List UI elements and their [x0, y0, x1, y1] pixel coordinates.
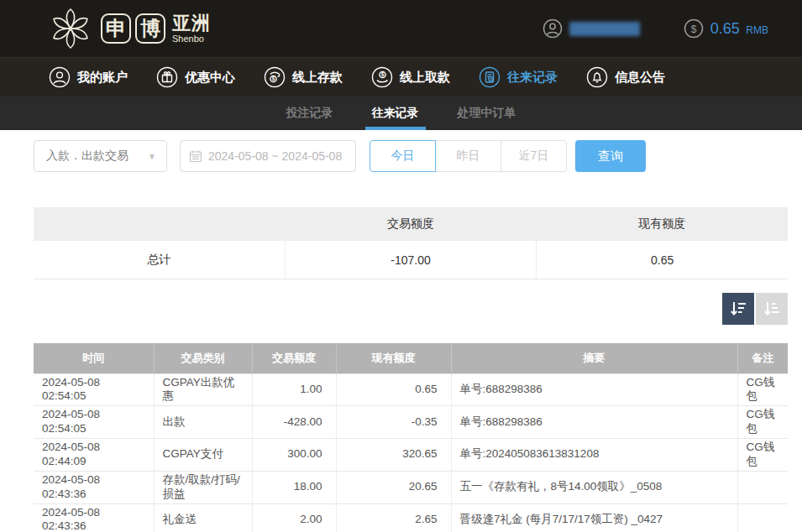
nav-label: 我的账户 — [77, 70, 128, 86]
cell-time: 2024-05-08 02:54:05 — [34, 373, 154, 406]
username-group[interactable] — [543, 18, 640, 39]
svg-text:$: $ — [690, 23, 696, 35]
table-header-row: 时间 交易类别 交易额度 现有额度 摘要 备注 — [34, 343, 788, 373]
cell-summary: 晋级逢7礼金 (每月7/17/17领工资) _0427 — [451, 503, 737, 532]
cell-balance: 0.65 — [336, 373, 451, 406]
search-button[interactable]: 查询 — [575, 140, 646, 172]
nav-item-promotions[interactable]: 优惠中心 — [156, 66, 235, 88]
summary-total-label: 总计 — [34, 241, 286, 279]
filter-bar: 入款．出款交易 ▼ 2024-05-08 ~ 2024-05-08 今日 昨日 … — [34, 140, 802, 172]
table-row: 2024-05-08 02:44:09 CGPAY支付 300.00 320.6… — [34, 439, 788, 472]
header-time: 时间 — [34, 343, 154, 373]
balance-amount: 0.65 — [710, 20, 740, 37]
cell-category: 存款/取款/打码/损益 — [154, 471, 252, 503]
today-button[interactable]: 今日 — [370, 140, 436, 172]
logo-char-2: 博 — [135, 13, 165, 44]
cell-amount: -428.00 — [252, 406, 336, 439]
sort-descending-button[interactable] — [722, 293, 754, 325]
date-range-input[interactable]: 2024-05-08 ~ 2024-05-08 — [180, 140, 356, 172]
nav-label: 优惠中心 — [185, 70, 235, 86]
deposit-icon: $ — [264, 66, 286, 88]
dollar-coin-icon: $ — [684, 18, 704, 39]
table-row: 2024-05-08 02:54:05 CGPAY出款优惠 1.00 0.65 … — [34, 373, 788, 406]
top-bar: 申 博 亚洲 Shenbo $ 0.65 RMB — [0, 0, 802, 57]
cell-balance: 2.65 — [336, 503, 451, 532]
table-row: 2024-05-08 02:54:05 出款 -428.00 -0.35 单号:… — [34, 406, 788, 439]
table-row: 2024-05-08 02:43:36 礼金送 2.00 2.65 晋级逢7礼金… — [34, 503, 788, 532]
quick-date-group: 今日 昨日 近7日 — [370, 140, 567, 172]
cell-note — [737, 503, 788, 532]
cell-note — [737, 471, 788, 503]
cell-time: 2024-05-08 02:43:36 — [34, 471, 154, 503]
summary-table: 交易额度 现有额度 总计 -107.00 0.65 — [34, 207, 788, 279]
date-range-value: 2024-05-08 ~ 2024-05-08 — [208, 149, 342, 163]
header-note: 备注 — [737, 343, 788, 373]
cell-time: 2024-05-08 02:54:05 — [34, 406, 154, 439]
cell-category: 礼金送 — [154, 503, 252, 532]
avatar-icon — [543, 18, 563, 39]
selected-type: 入款．出款交易 — [46, 149, 128, 164]
summary-header-amount: 交易额度 — [285, 207, 536, 241]
account-area: $ 0.65 RMB — [543, 18, 768, 39]
cell-amount: 1.00 — [252, 373, 336, 406]
cell-summary: 五一《存款有礼，8号14.00领取》_0508 — [451, 471, 737, 503]
header-balance: 现有额度 — [336, 343, 451, 373]
summary-total-balance: 0.65 — [537, 241, 788, 279]
calendar-icon — [189, 149, 202, 163]
summary-header-blank — [34, 207, 285, 241]
svg-text:$: $ — [381, 71, 385, 78]
withdraw-icon: $ — [371, 66, 393, 88]
cell-note: CG钱包 — [737, 439, 788, 472]
nav-item-my-account[interactable]: 我的账户 — [49, 66, 128, 88]
cell-note: CG钱包 — [737, 373, 788, 406]
cell-category: 出款 — [154, 406, 252, 439]
summary-total-amount: -107.00 — [286, 241, 537, 279]
logo-char-1: 申 — [101, 13, 131, 44]
username-redacted — [569, 22, 640, 36]
bell-icon — [586, 66, 608, 88]
chevron-down-icon: ▼ — [148, 152, 156, 161]
sort-descending-icon — [729, 300, 747, 318]
brand-logo: 申 博 亚洲 Shenbo — [49, 7, 211, 50]
balance-currency: RMB — [746, 24, 768, 36]
cell-amount: 2.00 — [252, 503, 336, 532]
cell-summary: 单号:688298386 — [451, 406, 737, 439]
cell-amount: 18.00 — [252, 471, 336, 503]
cell-category: CGPAY支付 — [154, 439, 252, 472]
flower-logo-icon — [49, 7, 92, 50]
cell-note: CG钱包 — [737, 406, 788, 439]
header-summary: 摘要 — [451, 343, 737, 373]
nav-item-announcements[interactable]: 信息公告 — [586, 66, 665, 88]
transaction-type-select[interactable]: 入款．出款交易 ▼ — [34, 140, 167, 172]
record-tabs: 投注记录 往来记录 处理中订单 — [0, 96, 802, 130]
last7days-button[interactable]: 近7日 — [501, 140, 567, 172]
cell-balance: -0.35 — [336, 406, 451, 439]
svg-text:$: $ — [272, 76, 275, 82]
header-category: 交易类别 — [154, 343, 252, 373]
cell-balance: 320.65 — [336, 439, 451, 472]
tab-bet-records[interactable]: 投注记录 — [271, 96, 349, 130]
nav-label: 线上取款 — [400, 70, 450, 86]
balance-group[interactable]: $ 0.65 RMB — [684, 18, 768, 39]
main-nav: 我的账户 优惠中心 $ 线上存款 $ 线上取款 — [0, 57, 802, 96]
tab-transaction-records[interactable]: 往来记录 — [357, 96, 434, 130]
sort-ascending-icon — [763, 300, 781, 318]
sort-ascending-button[interactable] — [756, 293, 788, 325]
nav-item-withdraw[interactable]: $ 线上取款 — [371, 66, 450, 88]
cell-time: 2024-05-08 02:43:36 — [34, 503, 154, 532]
user-icon — [49, 66, 71, 88]
cell-summary: 单号:688298386 — [451, 373, 737, 406]
nav-item-records[interactable]: 往来记录 — [479, 66, 558, 88]
header-amount: 交易额度 — [252, 343, 336, 373]
cell-time: 2024-05-08 02:44:09 — [34, 439, 154, 472]
transactions-table: 时间 交易类别 交易额度 现有额度 摘要 备注 2024-05-08 02:54… — [34, 343, 788, 532]
nav-item-deposit[interactable]: $ 线上存款 — [264, 66, 343, 88]
nav-label: 信息公告 — [615, 70, 665, 86]
yesterday-button[interactable]: 昨日 — [435, 140, 501, 172]
cell-category: CGPAY出款优惠 — [154, 373, 252, 406]
cell-summary: 单号:202405083613831208 — [451, 439, 737, 472]
tab-pending-orders[interactable]: 处理中订单 — [443, 96, 532, 130]
cell-balance: 20.65 — [336, 471, 451, 503]
cell-amount: 300.00 — [252, 439, 336, 472]
summary-header-row: 交易额度 现有额度 — [34, 207, 788, 241]
